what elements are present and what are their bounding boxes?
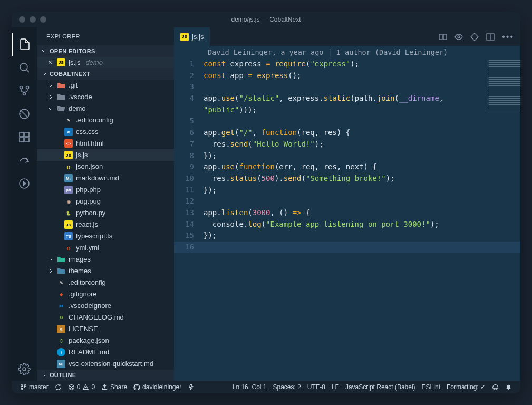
tree-item[interactable]: ↻CHANGELOG.md [37, 312, 174, 323]
code-line[interactable]: 12 [174, 196, 520, 207]
traffic-minimize[interactable] [30, 16, 36, 23]
status-live[interactable] [185, 384, 198, 391]
code-editor[interactable]: 1const express = require("express");2con… [174, 59, 520, 381]
section-outline[interactable]: OUTLINE [37, 370, 174, 381]
folder-icon [57, 93, 65, 101]
tree-item[interactable]: 🐍python.py [37, 207, 174, 219]
tree-item[interactable]: iREADME.md [37, 346, 174, 358]
tree-item[interactable]: images [37, 254, 174, 265]
editor-tab[interactable]: JS js.js [174, 27, 210, 46]
code-line[interactable]: 2const app = express(); [174, 70, 520, 82]
file-label: .vscode [69, 93, 92, 101]
tree-item[interactable]: ⋈.vscodeignore [37, 300, 174, 312]
code-line[interactable]: 14 console.log("Example app listening on… [174, 219, 520, 230]
code-line[interactable]: 9app.use(function(err, req, res, next) { [174, 161, 520, 173]
tree-item[interactable]: <>html.html [37, 138, 174, 149]
status-formatting[interactable]: Formatting: ✓ [443, 383, 489, 391]
more-icon[interactable]: ••• [502, 32, 514, 42]
line-number: 6 [174, 127, 204, 139]
config-icon: ✎ [57, 278, 65, 287]
activity-lens[interactable] [12, 172, 37, 195]
file-label: .gitignore [69, 290, 96, 298]
tree-item[interactable]: ◉pug.pug [37, 196, 174, 207]
status-share[interactable]: Share [98, 383, 130, 391]
activity-debug[interactable] [12, 102, 37, 126]
traffic-zoom[interactable] [40, 16, 46, 23]
tree-item[interactable]: ✎.editorconfig [37, 114, 174, 126]
code-line[interactable]: 8}); [174, 150, 520, 162]
activity-explorer[interactable] [12, 33, 37, 56]
tree-item[interactable]: demo [37, 103, 174, 114]
activity-share[interactable] [12, 149, 37, 172]
traffic-close[interactable] [19, 16, 25, 23]
tree-item[interactable]: phphp.php [37, 184, 174, 196]
section-workspace[interactable]: COBALTNEXT [37, 68, 174, 79]
code-line[interactable]: 3 [174, 81, 520, 93]
activity-extensions[interactable] [12, 126, 37, 149]
status-spaces[interactable]: Spaces: 2 [269, 383, 304, 391]
svg-point-3 [23, 93, 26, 95]
open-editor-dir: demo [85, 59, 103, 66]
code-line[interactable]: 1const express = require("express"); [174, 59, 520, 70]
diamond-icon[interactable] [470, 33, 479, 41]
tree-item[interactable]: {}yml.yml [37, 242, 174, 254]
close-icon[interactable]: × [46, 58, 54, 66]
tree-item[interactable]: JSreact.js [37, 219, 174, 230]
tree-item[interactable]: §LICENSE [37, 323, 174, 335]
activity-source-control[interactable] [12, 79, 37, 102]
code-line[interactable]: 16 [174, 242, 520, 253]
status-problems[interactable]: 0 0 [65, 383, 98, 391]
tree-item[interactable]: M↓vsc-extension-quickstart.md [37, 358, 174, 370]
file-label: .vscodeignore [69, 302, 111, 310]
tree-item[interactable]: M↓markdown.md [37, 172, 174, 184]
code-line[interactable]: 11}); [174, 185, 520, 196]
status-encoding[interactable]: UTF-8 [304, 383, 328, 391]
activity-search[interactable] [12, 56, 37, 79]
npm-icon: ⬡ [57, 336, 65, 345]
status-eol[interactable]: LF [328, 383, 342, 391]
tree-item[interactable]: .git [37, 80, 174, 91]
code-line[interactable]: "public"))); [174, 104, 520, 116]
status-feedback-icon[interactable] [489, 384, 502, 391]
code-line[interactable]: 4app.use("/static", express.static(path.… [174, 93, 520, 104]
section-open-editors[interactable]: OPEN EDITORS [37, 45, 174, 56]
tree-item[interactable]: {}json.json [37, 161, 174, 172]
status-linter[interactable]: ESLint [419, 383, 443, 391]
status-sync[interactable] [52, 384, 65, 391]
eye-icon[interactable] [454, 33, 463, 41]
code-line[interactable]: 13app.listen(3000, () => { [174, 207, 520, 219]
status-position[interactable]: Ln 16, Col 1 [229, 383, 270, 391]
status-github-user[interactable]: davidleininger [130, 383, 185, 391]
tree-item[interactable]: ⬡package.json [37, 335, 174, 346]
status-branch[interactable]: master [17, 383, 52, 391]
code-line[interactable]: 6app.get("/", function(req, res) { [174, 127, 520, 139]
js-file-icon: JS [57, 58, 65, 66]
tree-item[interactable]: .vscode [37, 91, 174, 103]
activity-settings[interactable] [12, 358, 37, 381]
codelens-blame[interactable]: David Leininger, a year ago | 1 author (… [174, 46, 520, 59]
svg-point-1 [20, 86, 23, 89]
chevron-down-icon [41, 48, 47, 54]
tree-item[interactable]: themes [37, 265, 174, 277]
split-editor-icon[interactable] [486, 33, 495, 41]
status-bell-icon[interactable] [502, 384, 515, 391]
open-editor-item[interactable]: × JS js.js demo [37, 57, 174, 68]
tree-item[interactable]: ✎.editorconfig [37, 277, 174, 288]
code-line[interactable]: 15}); [174, 230, 520, 242]
tree-item[interactable]: JSjs.js [37, 149, 174, 161]
tree-item[interactable]: ◆.gitignore [37, 288, 174, 300]
code-line[interactable]: 5 [174, 115, 520, 127]
line-number [174, 104, 204, 116]
status-language[interactable]: JavaScript React (Babel) [342, 383, 419, 391]
code-line[interactable]: 7 res.send("Hello World!"); [174, 139, 520, 150]
minimap[interactable] [489, 59, 520, 111]
license-icon: § [57, 324, 65, 334]
file-label: react.js [76, 220, 98, 228]
code-line[interactable]: 10 res.status(500).send("Something broke… [174, 173, 520, 185]
folder-git-icon [57, 81, 65, 90]
folder-open-icon [57, 104, 65, 113]
tree-item[interactable]: #css.css [37, 126, 174, 138]
compare-icon[interactable] [439, 33, 447, 41]
tree-item[interactable]: TStypescript.ts [37, 230, 174, 242]
svg-point-16 [21, 388, 23, 390]
